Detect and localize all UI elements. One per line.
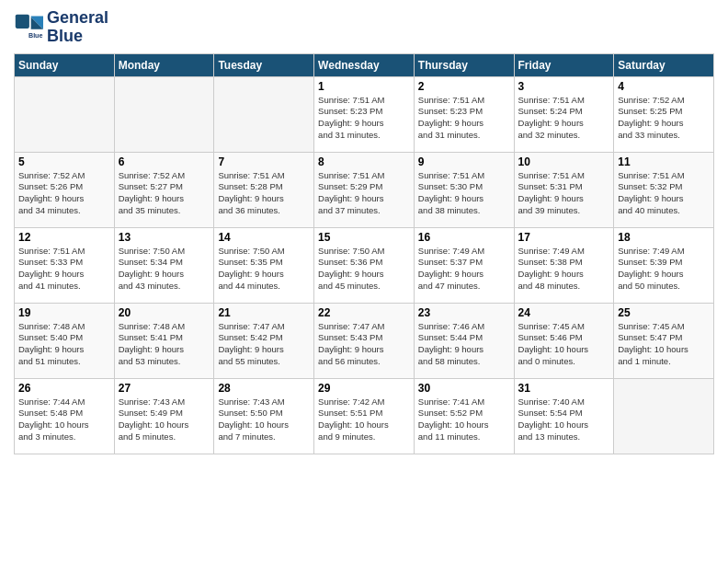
calendar-cell: 12Sunrise: 7:51 AM Sunset: 5:33 PM Dayli… xyxy=(15,227,115,303)
calendar-cell xyxy=(614,378,714,454)
day-info: Sunrise: 7:51 AM Sunset: 5:24 PM Dayligh… xyxy=(518,95,610,142)
day-number: 18 xyxy=(618,231,710,244)
day-info: Sunrise: 7:51 AM Sunset: 5:31 PM Dayligh… xyxy=(518,170,610,217)
day-number: 11 xyxy=(618,155,710,168)
calendar-table: Sunday Monday Tuesday Wednesday Thursday… xyxy=(14,53,714,454)
page: Blue General Blue Sunday Monday Tuesday … xyxy=(0,0,728,563)
calendar-week-3: 12Sunrise: 7:51 AM Sunset: 5:33 PM Dayli… xyxy=(15,227,714,303)
day-number: 19 xyxy=(18,306,110,319)
day-info: Sunrise: 7:43 AM Sunset: 5:50 PM Dayligh… xyxy=(218,396,310,443)
calendar-cell: 22Sunrise: 7:47 AM Sunset: 5:43 PM Dayli… xyxy=(314,303,415,378)
calendar-cell: 9Sunrise: 7:51 AM Sunset: 5:30 PM Daylig… xyxy=(414,152,514,227)
day-number: 24 xyxy=(518,306,610,319)
calendar-cell: 10Sunrise: 7:51 AM Sunset: 5:31 PM Dayli… xyxy=(514,152,614,227)
th-tuesday: Tuesday xyxy=(214,53,314,76)
day-number: 26 xyxy=(18,382,110,395)
th-wednesday: Wednesday xyxy=(314,53,415,76)
calendar-cell: 6Sunrise: 7:52 AM Sunset: 5:27 PM Daylig… xyxy=(114,152,214,227)
calendar-cell: 27Sunrise: 7:43 AM Sunset: 5:49 PM Dayli… xyxy=(114,378,214,454)
day-number: 25 xyxy=(618,306,710,319)
day-number: 27 xyxy=(119,382,210,395)
calendar-week-5: 26Sunrise: 7:44 AM Sunset: 5:48 PM Dayli… xyxy=(15,378,714,454)
day-number: 7 xyxy=(218,155,310,168)
day-info: Sunrise: 7:48 AM Sunset: 5:40 PM Dayligh… xyxy=(18,321,110,368)
calendar-cell: 14Sunrise: 7:50 AM Sunset: 5:35 PM Dayli… xyxy=(214,227,314,303)
day-number: 29 xyxy=(318,382,410,395)
day-info: Sunrise: 7:47 AM Sunset: 5:43 PM Dayligh… xyxy=(318,321,410,368)
day-info: Sunrise: 7:50 AM Sunset: 5:36 PM Dayligh… xyxy=(318,246,410,293)
calendar-cell: 31Sunrise: 7:40 AM Sunset: 5:54 PM Dayli… xyxy=(514,378,614,454)
calendar-cell: 8Sunrise: 7:51 AM Sunset: 5:29 PM Daylig… xyxy=(314,152,415,227)
day-info: Sunrise: 7:44 AM Sunset: 5:48 PM Dayligh… xyxy=(18,396,110,443)
day-number: 30 xyxy=(418,382,510,395)
calendar-cell: 5Sunrise: 7:52 AM Sunset: 5:26 PM Daylig… xyxy=(15,152,115,227)
day-info: Sunrise: 7:51 AM Sunset: 5:28 PM Dayligh… xyxy=(218,170,310,217)
day-info: Sunrise: 7:49 AM Sunset: 5:37 PM Dayligh… xyxy=(418,246,510,293)
day-info: Sunrise: 7:51 AM Sunset: 5:23 PM Dayligh… xyxy=(318,95,410,142)
day-number: 12 xyxy=(18,231,110,244)
th-thursday: Thursday xyxy=(414,53,514,76)
day-info: Sunrise: 7:51 AM Sunset: 5:30 PM Dayligh… xyxy=(418,170,510,217)
day-info: Sunrise: 7:46 AM Sunset: 5:44 PM Dayligh… xyxy=(418,321,510,368)
day-info: Sunrise: 7:51 AM Sunset: 5:32 PM Dayligh… xyxy=(618,170,710,217)
day-number: 23 xyxy=(418,306,510,319)
calendar-cell: 17Sunrise: 7:49 AM Sunset: 5:38 PM Dayli… xyxy=(514,227,614,303)
day-number: 4 xyxy=(618,80,710,93)
day-number: 8 xyxy=(318,155,410,168)
day-info: Sunrise: 7:41 AM Sunset: 5:52 PM Dayligh… xyxy=(418,396,510,443)
calendar-cell: 4Sunrise: 7:52 AM Sunset: 5:25 PM Daylig… xyxy=(614,76,714,152)
calendar-cell: 1Sunrise: 7:51 AM Sunset: 5:23 PM Daylig… xyxy=(314,76,415,152)
day-info: Sunrise: 7:51 AM Sunset: 5:33 PM Dayligh… xyxy=(18,246,110,293)
logo: Blue General Blue xyxy=(14,9,108,46)
calendar-cell: 19Sunrise: 7:48 AM Sunset: 5:40 PM Dayli… xyxy=(15,303,115,378)
calendar-cell: 16Sunrise: 7:49 AM Sunset: 5:37 PM Dayli… xyxy=(414,227,514,303)
calendar-cell: 18Sunrise: 7:49 AM Sunset: 5:39 PM Dayli… xyxy=(614,227,714,303)
calendar-cell xyxy=(114,76,214,152)
calendar-week-4: 19Sunrise: 7:48 AM Sunset: 5:40 PM Dayli… xyxy=(15,303,714,378)
calendar-cell: 26Sunrise: 7:44 AM Sunset: 5:48 PM Dayli… xyxy=(15,378,115,454)
day-number: 3 xyxy=(518,80,610,93)
th-friday: Friday xyxy=(514,53,614,76)
calendar-cell: 28Sunrise: 7:43 AM Sunset: 5:50 PM Dayli… xyxy=(214,378,314,454)
svg-rect-4 xyxy=(16,15,29,29)
day-number: 17 xyxy=(518,231,610,244)
calendar-cell: 23Sunrise: 7:46 AM Sunset: 5:44 PM Dayli… xyxy=(414,303,514,378)
header-row: Sunday Monday Tuesday Wednesday Thursday… xyxy=(15,53,714,76)
day-info: Sunrise: 7:43 AM Sunset: 5:49 PM Dayligh… xyxy=(119,396,210,443)
calendar-cell xyxy=(214,76,314,152)
th-saturday: Saturday xyxy=(614,53,714,76)
day-number: 9 xyxy=(418,155,510,168)
calendar-cell: 2Sunrise: 7:51 AM Sunset: 5:23 PM Daylig… xyxy=(414,76,514,152)
svg-text:Blue: Blue xyxy=(28,31,42,39)
calendar-week-1: 1Sunrise: 7:51 AM Sunset: 5:23 PM Daylig… xyxy=(15,76,714,152)
day-number: 14 xyxy=(218,231,310,244)
calendar-cell: 3Sunrise: 7:51 AM Sunset: 5:24 PM Daylig… xyxy=(514,76,614,152)
day-number: 21 xyxy=(218,306,310,319)
day-number: 16 xyxy=(418,231,510,244)
logo-icon: Blue xyxy=(14,13,43,42)
calendar-cell: 21Sunrise: 7:47 AM Sunset: 5:42 PM Dayli… xyxy=(214,303,314,378)
day-number: 13 xyxy=(119,231,210,244)
day-info: Sunrise: 7:51 AM Sunset: 5:23 PM Dayligh… xyxy=(418,95,510,142)
day-number: 2 xyxy=(418,80,510,93)
day-number: 10 xyxy=(518,155,610,168)
day-info: Sunrise: 7:47 AM Sunset: 5:42 PM Dayligh… xyxy=(218,321,310,368)
logo-text: General Blue xyxy=(47,9,108,46)
day-info: Sunrise: 7:52 AM Sunset: 5:27 PM Dayligh… xyxy=(119,170,210,217)
calendar-week-2: 5Sunrise: 7:52 AM Sunset: 5:26 PM Daylig… xyxy=(15,152,714,227)
calendar-cell: 30Sunrise: 7:41 AM Sunset: 5:52 PM Dayli… xyxy=(414,378,514,454)
calendar-cell: 15Sunrise: 7:50 AM Sunset: 5:36 PM Dayli… xyxy=(314,227,415,303)
calendar-cell: 11Sunrise: 7:51 AM Sunset: 5:32 PM Dayli… xyxy=(614,152,714,227)
calendar-cell: 20Sunrise: 7:48 AM Sunset: 5:41 PM Dayli… xyxy=(114,303,214,378)
calendar-cell: 25Sunrise: 7:45 AM Sunset: 5:47 PM Dayli… xyxy=(614,303,714,378)
day-info: Sunrise: 7:48 AM Sunset: 5:41 PM Dayligh… xyxy=(119,321,210,368)
day-number: 31 xyxy=(518,382,610,395)
day-info: Sunrise: 7:51 AM Sunset: 5:29 PM Dayligh… xyxy=(318,170,410,217)
day-info: Sunrise: 7:45 AM Sunset: 5:47 PM Dayligh… xyxy=(618,321,710,368)
day-info: Sunrise: 7:52 AM Sunset: 5:26 PM Dayligh… xyxy=(18,170,110,217)
day-info: Sunrise: 7:52 AM Sunset: 5:25 PM Dayligh… xyxy=(618,95,710,142)
th-monday: Monday xyxy=(114,53,214,76)
day-number: 20 xyxy=(119,306,210,319)
day-number: 5 xyxy=(18,155,110,168)
day-number: 15 xyxy=(318,231,410,244)
